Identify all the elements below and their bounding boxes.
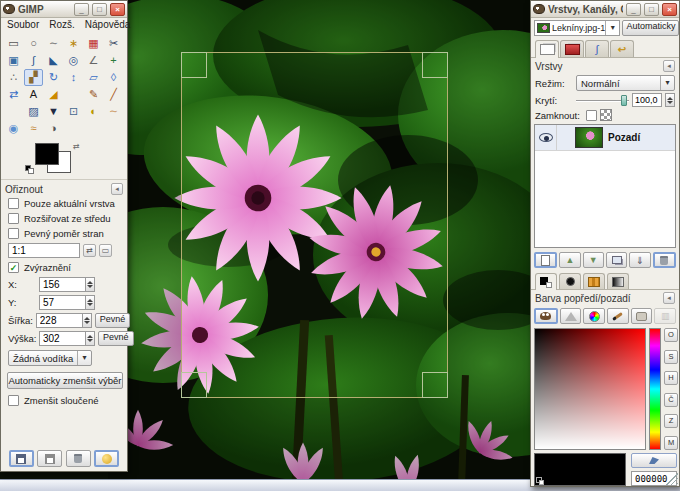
- rect-select-tool[interactable]: ▭: [4, 35, 23, 52]
- blur-tool[interactable]: ◉: [4, 120, 23, 137]
- fuzzy-select-tool[interactable]: ∗: [64, 35, 83, 52]
- current-foreground-swatch[interactable]: [534, 453, 626, 486]
- guides-dropdown[interactable]: Žádná vodítka ▾: [8, 350, 92, 366]
- select-by-color-tool[interactable]: ▦: [84, 35, 103, 52]
- reset-options-button[interactable]: [94, 450, 119, 467]
- menu-napoveda[interactable]: Nápověda: [85, 19, 131, 32]
- paths-tool[interactable]: ∫: [24, 52, 43, 69]
- align-tool[interactable]: ▣: [4, 52, 23, 69]
- flip-tool[interactable]: ⇄: [4, 86, 23, 103]
- raise-layer-button[interactable]: ▲: [559, 252, 580, 268]
- eraser-tool[interactable]: [4, 103, 23, 120]
- scale-tool[interactable]: ↕: [64, 69, 83, 86]
- crop-tool[interactable]: ▞: [24, 69, 43, 86]
- hue-strip[interactable]: [649, 328, 661, 450]
- tab-brushes[interactable]: [559, 273, 581, 289]
- default-colors-icon[interactable]: [536, 477, 546, 486]
- minimize-button[interactable]: _: [626, 3, 641, 16]
- palette-selector-button[interactable]: [631, 308, 653, 324]
- text-tool[interactable]: A: [24, 86, 43, 103]
- ratio-swap-button[interactable]: ⇄: [83, 244, 96, 257]
- height-spinner[interactable]: [85, 331, 95, 346]
- checkbox[interactable]: [8, 395, 19, 406]
- scissors-tool[interactable]: ✂: [104, 35, 123, 52]
- ratio-orientation-button[interactable]: ▭: [99, 244, 112, 257]
- height-fixed-button[interactable]: Pevné: [98, 331, 134, 346]
- y-spinner[interactable]: [85, 295, 95, 310]
- duplicate-layer-button[interactable]: [606, 252, 627, 268]
- magnify-tool[interactable]: ◎: [64, 52, 83, 69]
- panel-menu-button[interactable]: ◂: [663, 292, 675, 304]
- check-current-layer[interactable]: Pouze aktuální vrstva: [1, 196, 127, 211]
- lower-layer-button[interactable]: ▼: [583, 252, 604, 268]
- toolbox-titlebar[interactable]: GIMP _ □ ×: [1, 1, 127, 18]
- wheel-selector-button[interactable]: [583, 308, 605, 324]
- measure-tool[interactable]: ∠: [84, 52, 103, 69]
- tab-channels[interactable]: [560, 40, 584, 57]
- maximize-button[interactable]: □: [92, 3, 107, 16]
- menu-rozs[interactable]: Rozš.: [49, 19, 75, 32]
- move-tool[interactable]: +: [104, 52, 123, 69]
- paintbrush-tool[interactable]: ╱: [104, 86, 123, 103]
- lock-checkbox[interactable]: [586, 110, 597, 121]
- visibility-cell[interactable]: [535, 125, 557, 150]
- bucket-fill-tool[interactable]: ◢: [44, 86, 63, 103]
- width-input[interactable]: [36, 313, 82, 328]
- width-spinner[interactable]: [82, 313, 92, 328]
- channel-toggle-button[interactable]: Z: [664, 414, 678, 428]
- pencil-tool[interactable]: ✎: [84, 86, 103, 103]
- rotate-tool[interactable]: ↻: [44, 69, 63, 86]
- check-shrink-merged[interactable]: Zmenšit sloučené: [1, 393, 127, 408]
- tab-gradients[interactable]: [607, 273, 629, 289]
- minimize-button[interactable]: _: [74, 3, 89, 16]
- panel-menu-button[interactable]: ◂: [663, 60, 675, 72]
- crop-handle-top-right[interactable]: [422, 52, 448, 78]
- channel-toggle-button[interactable]: O: [664, 328, 678, 342]
- color-picker-tool[interactable]: ◣: [44, 52, 63, 69]
- height-input[interactable]: [39, 331, 85, 346]
- gimp-selector-button[interactable]: [534, 308, 558, 324]
- anchor-layer-button[interactable]: ⇓: [629, 252, 650, 268]
- convolve-tool[interactable]: ≈: [24, 120, 43, 137]
- tab-paths[interactable]: ∫: [585, 40, 609, 57]
- tab-layers[interactable]: [535, 40, 559, 58]
- delete-options-button[interactable]: [66, 450, 91, 467]
- check-fixed-ratio[interactable]: Pevný poměr stran: [1, 226, 127, 241]
- default-colors-icon[interactable]: [25, 165, 35, 174]
- tab-undo-history[interactable]: ↩: [610, 40, 634, 57]
- options-menu-button[interactable]: ◂: [111, 183, 123, 195]
- cmyk-selector-button[interactable]: [560, 308, 582, 324]
- crop-handle-bottom-right[interactable]: [422, 372, 448, 398]
- saturation-value-square[interactable]: [534, 328, 646, 450]
- perspective-tool[interactable]: ◊: [104, 69, 123, 86]
- layers-titlebar[interactable]: Vrstvy, Kanály, Cesty... _ □ ×: [531, 1, 679, 18]
- close-button[interactable]: ×: [662, 3, 677, 16]
- swap-colors-icon[interactable]: ⇄: [73, 142, 80, 151]
- checkbox[interactable]: [8, 213, 19, 224]
- auto-follow-button[interactable]: Automaticky: [622, 20, 679, 36]
- check-highlight[interactable]: ✓ Zvýraznění: [1, 260, 127, 275]
- ellipse-select-tool[interactable]: ○: [24, 35, 43, 52]
- free-select-tool[interactable]: ∼: [44, 35, 63, 52]
- color-picker-button[interactable]: [631, 453, 677, 468]
- menu-soubor[interactable]: Soubor: [7, 19, 39, 32]
- ratio-input[interactable]: [8, 243, 80, 258]
- mode-dropdown[interactable]: Normální ▾: [576, 75, 675, 91]
- crop-handle-top-left[interactable]: [181, 52, 207, 78]
- x-input[interactable]: [39, 277, 85, 292]
- opacity-slider[interactable]: [576, 94, 629, 107]
- smudge-tool[interactable]: ∼: [104, 103, 123, 120]
- save-options-button[interactable]: [9, 450, 34, 467]
- color-balance-tool[interactable]: ◑: [44, 120, 63, 137]
- airbrush-tool[interactable]: ▨: [24, 103, 43, 120]
- channel-toggle-button[interactable]: M: [664, 436, 678, 450]
- new-layer-button[interactable]: [534, 252, 557, 268]
- tab-patterns[interactable]: [583, 273, 605, 289]
- channel-toggle-button[interactable]: Č: [664, 393, 678, 407]
- dodge-burn-tool[interactable]: ◐: [84, 103, 103, 120]
- clone-tool[interactable]: ⊡: [64, 103, 83, 120]
- tab-colors[interactable]: [535, 273, 557, 290]
- resize-grip[interactable]: [666, 473, 678, 485]
- channel-toggle-button[interactable]: H: [664, 371, 678, 385]
- slider-handle[interactable]: [621, 95, 627, 106]
